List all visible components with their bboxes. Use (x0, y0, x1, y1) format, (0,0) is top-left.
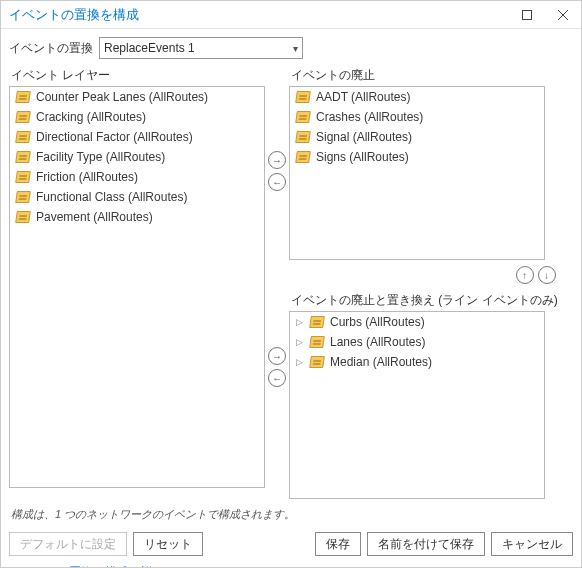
move-left-bottom-button[interactable]: ← (268, 369, 286, 387)
list-item-label: Signal (AllRoutes) (316, 130, 412, 144)
arrow-up-icon: ↑ (522, 270, 527, 281)
list-item-label: Crashes (AllRoutes) (316, 110, 423, 124)
arrow-down-icon: ↓ (544, 270, 549, 281)
move-right-top-button[interactable]: → (268, 151, 286, 169)
move-up-button[interactable]: ↑ (516, 266, 534, 284)
reset-button[interactable]: リセット (133, 532, 203, 556)
list-item[interactable]: AADT (AllRoutes) (290, 87, 544, 107)
event-layers-list[interactable]: Counter Peak Lanes (AllRoutes) Cracking … (9, 86, 265, 488)
list-item-label: Cracking (AllRoutes) (36, 110, 146, 124)
move-left-top-button[interactable]: ← (268, 173, 286, 191)
replace-select[interactable]: ReplaceEvents 1 ▾ (99, 37, 303, 59)
default-button: デフォルトに設定 (9, 532, 127, 556)
layer-icon (15, 211, 31, 223)
layer-icon (309, 356, 325, 368)
list-item[interactable]: Facility Type (AllRoutes) (10, 147, 264, 167)
list-item-label: Counter Peak Lanes (AllRoutes) (36, 90, 208, 104)
expand-icon[interactable]: ▷ (296, 317, 304, 327)
maximize-icon (522, 10, 532, 20)
arrow-right-icon: → (272, 155, 282, 166)
retire-replace-list[interactable]: ▷Curbs (AllRoutes) ▷Lanes (AllRoutes) ▷M… (289, 311, 545, 499)
list-item-label: Signs (AllRoutes) (316, 150, 409, 164)
layer-icon (295, 111, 311, 123)
list-item-label: Lanes (AllRoutes) (330, 335, 425, 349)
layer-icon (15, 171, 31, 183)
arrow-left-icon: ← (272, 373, 282, 384)
retire-list[interactable]: AADT (AllRoutes) Crashes (AllRoutes) Sig… (289, 86, 545, 260)
list-item-label: Functional Class (AllRoutes) (36, 190, 187, 204)
expand-icon[interactable]: ▷ (296, 357, 304, 367)
arrow-right-icon: → (272, 351, 282, 362)
maximize-button[interactable] (509, 1, 545, 29)
list-item[interactable]: ▷Curbs (AllRoutes) (290, 312, 544, 332)
list-item-label: AADT (AllRoutes) (316, 90, 410, 104)
layer-icon (15, 131, 31, 143)
list-item[interactable]: ▷Lanes (AllRoutes) (290, 332, 544, 352)
save-button[interactable]: 保存 (315, 532, 361, 556)
list-item-label: Directional Factor (AllRoutes) (36, 130, 193, 144)
arrow-left-icon: ← (272, 177, 282, 188)
chevron-down-icon: ▾ (293, 43, 298, 54)
layer-icon (295, 131, 311, 143)
config-note: 構成は、1 つのネットワークのイベントで構成されます。 (11, 507, 573, 522)
list-item[interactable]: Directional Factor (AllRoutes) (10, 127, 264, 147)
list-item-label: Pavement (AllRoutes) (36, 210, 153, 224)
titlebar: イベントの置換を構成 (1, 1, 581, 29)
list-item[interactable]: Counter Peak Lanes (AllRoutes) (10, 87, 264, 107)
list-item-label: Facility Type (AllRoutes) (36, 150, 165, 164)
window-title: イベントの置換を構成 (9, 6, 509, 24)
list-item[interactable]: ▷Median (AllRoutes) (290, 352, 544, 372)
list-item-label: Curbs (AllRoutes) (330, 315, 425, 329)
save-as-button[interactable]: 名前を付けて保存 (367, 532, 485, 556)
layer-icon (295, 91, 311, 103)
layer-icon (15, 111, 31, 123)
list-item[interactable]: Crashes (AllRoutes) (290, 107, 544, 127)
cancel-button[interactable]: キャンセル (491, 532, 573, 556)
layer-icon (295, 151, 311, 163)
list-item-label: Friction (AllRoutes) (36, 170, 138, 184)
right-bot-header: イベントの廃止と置き換え (ライン イベントのみ) (291, 292, 558, 309)
list-item[interactable]: Signs (AllRoutes) (290, 147, 544, 167)
expand-icon[interactable]: ▷ (296, 337, 304, 347)
learn-more-link[interactable]: イベントの置換を構成の詳細 (1, 560, 581, 568)
move-down-button[interactable]: ↓ (538, 266, 556, 284)
replace-label: イベントの置換 (9, 40, 93, 57)
list-item-label: Median (AllRoutes) (330, 355, 432, 369)
list-item[interactable]: Signal (AllRoutes) (290, 127, 544, 147)
left-panel-header: イベント レイヤー (11, 67, 265, 84)
svg-rect-0 (523, 10, 532, 19)
move-right-bottom-button[interactable]: → (268, 347, 286, 365)
layer-icon (15, 191, 31, 203)
close-icon (558, 10, 568, 20)
right-top-header: イベントの廃止 (291, 67, 558, 84)
layer-icon (15, 151, 31, 163)
layer-icon (15, 91, 31, 103)
list-item[interactable]: Cracking (AllRoutes) (10, 107, 264, 127)
close-button[interactable] (545, 1, 581, 29)
layer-icon (309, 316, 325, 328)
replace-select-value: ReplaceEvents 1 (104, 41, 293, 55)
layer-icon (309, 336, 325, 348)
list-item[interactable]: Pavement (AllRoutes) (10, 207, 264, 227)
list-item[interactable]: Friction (AllRoutes) (10, 167, 264, 187)
list-item[interactable]: Functional Class (AllRoutes) (10, 187, 264, 207)
